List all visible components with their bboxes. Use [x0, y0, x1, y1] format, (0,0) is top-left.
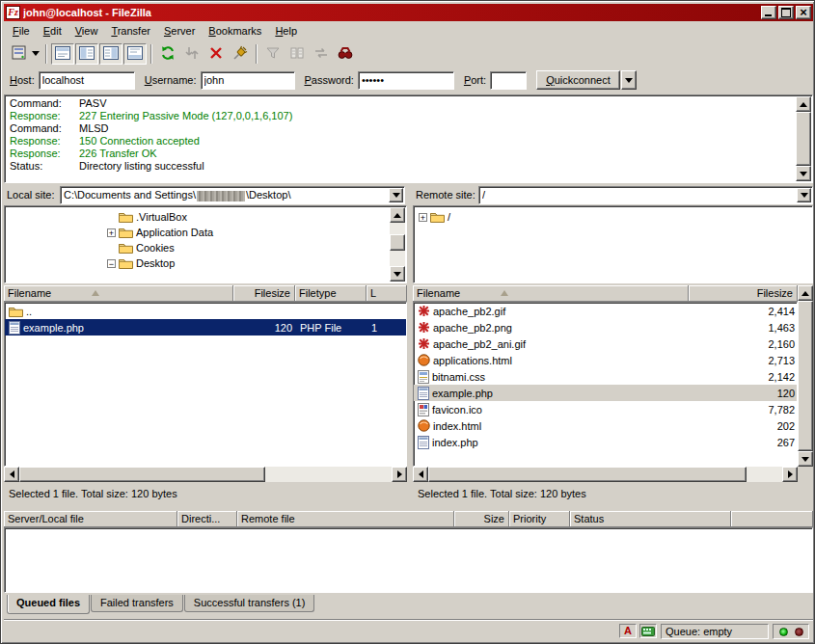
column-header-remote-file[interactable]: Remote file [237, 511, 454, 527]
tab-queued-files[interactable]: Queued files [7, 595, 90, 614]
queue-splitter[interactable] [4, 505, 813, 510]
scroll-thumb[interactable] [428, 467, 747, 482]
refresh-button[interactable] [156, 43, 179, 65]
process-queue-button[interactable] [180, 43, 204, 65]
scroll-left-button[interactable] [4, 467, 19, 482]
toggle-remote-tree-button[interactable] [99, 43, 122, 65]
tree-item-cookies[interactable]: Cookies [5, 240, 406, 255]
menu-edit[interactable]: Edit [37, 22, 68, 40]
host-input[interactable] [39, 71, 135, 90]
column-header-size[interactable]: Size [454, 511, 509, 527]
scroll-thumb[interactable] [19, 467, 265, 482]
scroll-right-button[interactable] [392, 467, 407, 482]
password-input[interactable] [358, 71, 454, 90]
remote-file-row[interactable]: favicon.ico7,782 [414, 401, 797, 417]
file-name: index.php [432, 437, 478, 448]
remote-list-hscrollbar[interactable] [413, 467, 798, 482]
local-site-dropdown-button[interactable] [389, 188, 403, 202]
remote-file-row[interactable]: example.php120 [414, 385, 797, 401]
remote-file-row[interactable]: index.php267 [414, 434, 797, 450]
scroll-up-button[interactable] [798, 285, 813, 301]
local-file-row[interactable]: example.php120PHP File1 [5, 319, 406, 335]
expand-plus-icon[interactable]: + [107, 228, 116, 237]
remote-file-row[interactable]: apache_pb2.png1,463 [414, 319, 797, 335]
column-header-status[interactable]: Status [570, 511, 731, 527]
remote-list-scrollbar[interactable] [798, 285, 813, 467]
log-line-response: Response:227 Entering Passive Mode (127,… [6, 110, 795, 122]
close-button[interactable] [796, 6, 811, 19]
local-list-hscrollbar[interactable] [4, 467, 407, 482]
local-file-row[interactable]: .. [5, 303, 406, 319]
scroll-left-button[interactable] [413, 467, 428, 482]
username-input[interactable] [201, 71, 295, 90]
port-input[interactable] [490, 71, 527, 90]
sync-browse-button[interactable] [310, 43, 333, 65]
site-manager-dropdown-button[interactable] [30, 43, 41, 65]
remote-file-row[interactable]: apache_pb2.gif2,414 [414, 303, 797, 319]
remote-file-row[interactable]: applications.html2,713 [414, 352, 797, 368]
column-header-filesize[interactable]: Filesize [689, 285, 798, 302]
remote-site-dropdown-button[interactable] [797, 188, 811, 202]
css-icon [418, 370, 429, 384]
column-header-filename[interactable]: Filename [413, 285, 689, 302]
collapse-minus-icon[interactable]: − [107, 259, 116, 268]
scroll-thumb[interactable] [390, 234, 405, 251]
tree-item-desktop[interactable]: −Desktop [5, 255, 406, 271]
title-bar[interactable]: Fz john@localhost - FileZilla [4, 4, 813, 21]
scroll-down-button[interactable] [796, 166, 811, 181]
local-tree-scrollbar[interactable] [390, 207, 405, 282]
file-type-cell: PHP File [296, 319, 367, 335]
remote-file-row[interactable]: apache_pb2_ani.gif2,160 [414, 335, 797, 352]
quickconnect-button[interactable]: Quickconnect [536, 70, 620, 90]
scroll-up-button[interactable] [796, 96, 811, 112]
column-header-filename[interactable]: Filename [4, 285, 233, 302]
scroll-down-button[interactable] [390, 266, 405, 282]
log-scrollbar[interactable] [796, 96, 811, 181]
disconnect-button[interactable] [229, 43, 252, 65]
remote-site-combo[interactable]: / [478, 186, 813, 204]
menu-file[interactable]: File [6, 22, 37, 40]
filter-button[interactable] [261, 43, 285, 65]
scroll-up-button[interactable] [390, 207, 405, 223]
tree-item-virtualbox[interactable]: .VirtualBox [5, 209, 406, 225]
menu-bookmarks[interactable]: Bookmarks [202, 22, 268, 40]
compare-button[interactable] [285, 43, 309, 65]
menu-view[interactable]: View [68, 22, 105, 40]
expand-plus-icon[interactable]: + [419, 213, 427, 222]
cancel-button[interactable] [204, 43, 228, 65]
maximize-button[interactable] [778, 6, 794, 19]
column-header-filesize[interactable]: Filesize [233, 285, 295, 302]
minimize-button[interactable] [761, 6, 776, 19]
scroll-down-button[interactable] [798, 451, 813, 467]
tree-item-item[interactable]: +/ [414, 209, 812, 225]
column-header-filetype[interactable]: Filetype [295, 285, 367, 302]
column-header-l[interactable]: L [367, 285, 407, 302]
column-header-server-local-file[interactable]: Server/Local file [4, 511, 177, 527]
scroll-right-button[interactable] [782, 467, 798, 482]
menu-server[interactable]: Server [157, 22, 202, 40]
arrow-left-icon [419, 470, 423, 478]
menu-transfer[interactable]: Transfer [104, 22, 157, 40]
tree-item-application-data[interactable]: +Application Data [5, 225, 406, 240]
folder-icon [119, 257, 133, 269]
scroll-thumb[interactable] [798, 301, 813, 451]
quickconnect-dropdown-button[interactable] [621, 70, 637, 90]
tab-failed-transfers[interactable]: Failed transfers [91, 595, 183, 612]
remote-file-row[interactable]: index.html202 [414, 417, 797, 434]
local-site-combo[interactable]: C:\Documents and Settings\\Desktop\ [60, 186, 405, 204]
site-manager-button[interactable] [8, 43, 31, 65]
remote-file-row[interactable]: bitnami.css2,142 [414, 368, 797, 385]
tab-successful-transfers-1[interactable]: Successful transfers (1) [184, 595, 315, 612]
file-size-cell: 2,713 [690, 352, 798, 368]
column-header-priority[interactable]: Priority [509, 511, 570, 527]
toggle-local-tree-button[interactable] [75, 43, 98, 65]
toggle-message-log-button[interactable] [51, 43, 74, 65]
column-header-filler[interactable] [731, 511, 813, 527]
filter-icon [265, 45, 281, 63]
column-header-directi[interactable]: Directi... [177, 511, 237, 527]
toggle-transfer-queue-button[interactable] [123, 43, 147, 65]
scroll-thumb[interactable] [796, 112, 811, 166]
find-button[interactable] [334, 43, 357, 65]
arrow-up-icon [801, 291, 809, 296]
menu-help[interactable]: Help [268, 22, 304, 40]
